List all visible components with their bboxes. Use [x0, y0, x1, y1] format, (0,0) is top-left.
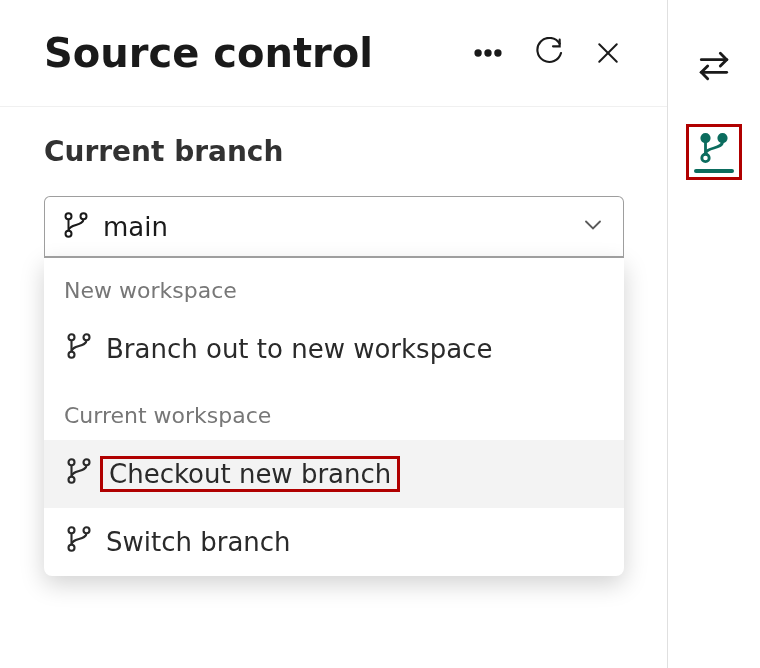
panel-title: Source control: [44, 30, 471, 76]
svg-point-19: [702, 134, 709, 141]
header-actions: [471, 36, 623, 70]
chevron-down-icon: [579, 211, 607, 243]
menu-item-switch-branch[interactable]: Switch branch: [44, 508, 624, 576]
menu-item-label: Checkout new branch: [100, 456, 400, 492]
more-icon[interactable]: [471, 36, 505, 70]
section-title: Current branch: [44, 135, 623, 168]
svg-point-0: [476, 51, 481, 56]
svg-point-13: [84, 459, 90, 465]
svg-point-5: [66, 213, 72, 219]
menu-item-checkout-new-branch[interactable]: Checkout new branch: [44, 440, 624, 508]
branch-icon: [64, 456, 94, 492]
tab-active-indicator: [694, 169, 734, 173]
branch-icon: [61, 210, 91, 244]
panel-content: Current branch main New workspace: [0, 107, 667, 604]
dropdown-group-new-workspace: New workspace: [44, 258, 624, 315]
svg-point-6: [66, 230, 72, 236]
svg-point-2: [496, 51, 501, 56]
source-control-panel: Source control: [0, 0, 668, 668]
svg-point-9: [69, 352, 75, 358]
menu-item-label: Switch branch: [106, 527, 291, 557]
branch-icon: [64, 524, 94, 560]
menu-item-label: Branch out to new workspace: [106, 334, 492, 364]
svg-point-8: [69, 334, 75, 340]
svg-point-20: [702, 154, 709, 161]
svg-point-7: [81, 213, 87, 219]
swap-icon[interactable]: [686, 38, 742, 94]
right-rail: [668, 0, 760, 668]
svg-point-10: [84, 334, 90, 340]
svg-point-1: [486, 51, 491, 56]
branch-icon: [64, 331, 94, 367]
svg-point-12: [69, 477, 75, 483]
dropdown-group-current-workspace: Current workspace: [44, 383, 624, 440]
svg-point-14: [69, 527, 75, 533]
menu-item-branch-out[interactable]: Branch out to new workspace: [44, 315, 624, 383]
svg-point-21: [719, 134, 726, 141]
branch-dropdown-menu: New workspace Branch out to new workspac…: [44, 258, 624, 576]
svg-point-15: [69, 545, 75, 551]
refresh-icon[interactable]: [533, 37, 565, 69]
svg-point-11: [69, 459, 75, 465]
branch-selected-value: main: [103, 212, 567, 242]
svg-point-16: [84, 527, 90, 533]
source-control-tab[interactable]: [686, 124, 742, 180]
branch-dropdown-trigger[interactable]: main: [44, 196, 624, 258]
close-icon[interactable]: [593, 38, 623, 68]
panel-header: Source control: [0, 0, 667, 107]
